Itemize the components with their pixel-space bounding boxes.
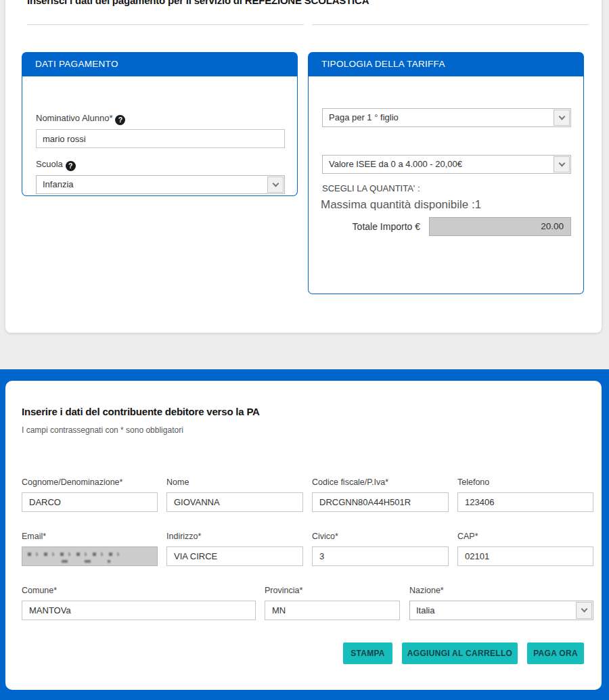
- divider: [312, 24, 588, 25]
- chevron-down-icon: [554, 110, 570, 126]
- comune-label: Comune*: [22, 586, 57, 595]
- aggiungi-carrello-button[interactable]: AGGIUNGI AL CARRELLO: [402, 643, 518, 664]
- redaction-smudge: [62, 560, 110, 563]
- redacted-email-value: [22, 546, 158, 566]
- tipologia-tariffa-panel: TIPOLOGIA DELLA TARIFFA Paga per 1 ° fig…: [308, 52, 584, 294]
- redaction-smudge: [28, 553, 125, 556]
- dati-pagamento-panel: DATI PAGAMENTO Nominativo Alunno*? Scuol…: [22, 52, 298, 196]
- contributor-card: Inserire i dati del contribuente debitor…: [5, 381, 602, 690]
- student-name-label: Nominativo Alunno*?: [36, 113, 125, 125]
- cognome-input[interactable]: [22, 492, 158, 512]
- student-name-input[interactable]: [36, 129, 285, 148]
- quantity-heading: SCEGLI LA QUANTITA' :: [322, 183, 420, 193]
- chevron-down-icon: [267, 177, 284, 193]
- provincia-input[interactable]: [265, 601, 400, 620]
- total-amount-label: Totale Importo €: [309, 221, 420, 232]
- school-select[interactable]: Infanzia: [36, 175, 285, 194]
- isee-tariff-select[interactable]: Valore ISEE da 0 a 4.000 - 20,00€: [322, 155, 571, 174]
- civico-input[interactable]: [312, 546, 449, 566]
- contributor-title: Inserire i dati del contribuente debitor…: [22, 406, 260, 417]
- comune-input[interactable]: [22, 601, 256, 620]
- total-amount-value: 20.00: [429, 217, 571, 236]
- cognome-label: Cognome/Denominazione*: [22, 477, 122, 487]
- payment-page: Inserisci i dati del pagamento per il se…: [0, 0, 609, 700]
- help-icon[interactable]: ?: [66, 161, 76, 171]
- page-title: Inserisci i dati del pagamento per il se…: [27, 0, 369, 6]
- telefono-label: Telefono: [457, 477, 489, 487]
- nome-label: Nome: [166, 477, 189, 487]
- divider: [27, 24, 304, 25]
- cap-input[interactable]: [457, 546, 593, 566]
- tipologia-tariffa-header: TIPOLOGIA DELLA TARIFFA: [308, 52, 584, 76]
- civico-label: Civico*: [312, 532, 338, 541]
- chevron-down-icon: [554, 156, 570, 172]
- chevron-down-icon: [576, 602, 592, 619]
- tipologia-tariffa-body: Paga per 1 ° figlio Valore ISEE da 0 a 4…: [308, 76, 584, 294]
- telefono-input[interactable]: [457, 492, 593, 512]
- nome-input[interactable]: [166, 492, 303, 512]
- contributor-subtitle: I campi contrassegnati con * sono obblig…: [22, 425, 183, 435]
- stampa-button[interactable]: STAMPA: [343, 643, 392, 664]
- child-number-select[interactable]: Paga per 1 ° figlio: [322, 108, 571, 127]
- indirizzo-input[interactable]: [166, 546, 303, 566]
- nazione-select[interactable]: Italia: [409, 601, 593, 620]
- max-quantity-text: Massima quantità disponibile :1: [321, 198, 481, 212]
- contributor-section: Inserire i dati del contribuente debitor…: [0, 369, 609, 700]
- codice-fiscale-input[interactable]: [312, 492, 449, 512]
- dati-pagamento-header: DATI PAGAMENTO: [22, 52, 298, 76]
- dati-pagamento-body: Nominativo Alunno*? Scuola? Infanzia: [22, 76, 298, 196]
- paga-ora-button[interactable]: PAGA ORA: [527, 643, 584, 664]
- cap-label: CAP*: [457, 532, 478, 541]
- help-icon[interactable]: ?: [115, 115, 125, 125]
- nazione-label: Nazione*: [409, 586, 444, 595]
- school-label: Scuola?: [36, 159, 76, 171]
- codice-fiscale-label: Codice fiscale/P.Iva*: [312, 477, 388, 487]
- indirizzo-label: Indirizzo*: [166, 532, 201, 541]
- provincia-label: Provincia*: [265, 586, 302, 595]
- email-label: Email*: [22, 532, 46, 541]
